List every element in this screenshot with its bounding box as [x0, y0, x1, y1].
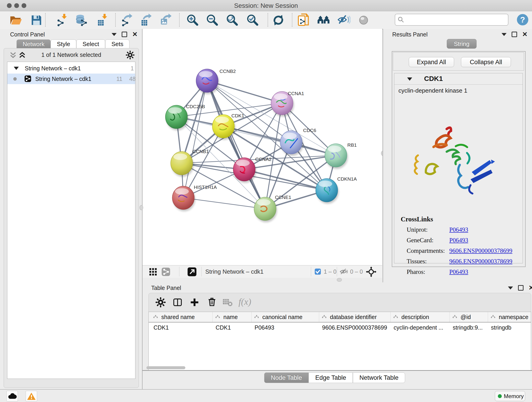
edge-CCNE1-HIST1H1A[interactable] — [183, 198, 265, 209]
column-header-canonical-name[interactable]: canonical name — [251, 312, 319, 322]
function-builder-icon[interactable]: f(x) — [239, 296, 251, 307]
zoom-selected-icon[interactable] — [246, 13, 259, 27]
column-header-database-identifier[interactable]: database identifier — [319, 312, 391, 322]
table-cell[interactable]: stringdb — [491, 324, 530, 331]
tab-network-table[interactable]: Network Table — [353, 372, 405, 383]
gear-icon[interactable] — [126, 51, 134, 59]
panel-float-icon[interactable] — [501, 33, 507, 36]
zoom-in-icon[interactable] — [186, 13, 199, 27]
panel-close-icon[interactable]: ✕ — [529, 286, 532, 290]
network-row[interactable]: String Network – cdk1 11 48 — [7, 74, 135, 84]
panel-close-icon[interactable]: ✕ — [132, 32, 138, 36]
node-CCNE1[interactable] — [254, 197, 277, 222]
hide-graphics-icon[interactable] — [337, 13, 351, 27]
save-icon[interactable] — [30, 13, 43, 27]
table-cell[interactable]: cyclin-dependent ... — [394, 324, 448, 331]
zoom-out-icon[interactable] — [206, 13, 219, 27]
edge-CCNB2-HIST1H1A[interactable] — [183, 81, 207, 198]
column-header-shared-name[interactable]: shared name — [150, 312, 213, 322]
sphere-icon[interactable] — [357, 13, 371, 27]
table-cell[interactable]: stringdb:9... — [453, 324, 486, 331]
column-type-icon — [322, 314, 327, 320]
crosslink-link[interactable]: P06493 — [449, 237, 468, 244]
warnings-button[interactable] — [26, 391, 37, 402]
collection-expand-icon[interactable] — [14, 67, 19, 70]
crosslink-label: Pharos: — [407, 268, 425, 275]
crosslink-link[interactable]: 9606.ENSP00000378699 — [449, 247, 512, 254]
edge-CDK1-RB1[interactable] — [223, 126, 336, 155]
table-settings-gear-icon[interactable] — [156, 297, 166, 307]
toolbar-separator — [337, 267, 337, 276]
node-HIST1H1A[interactable] — [172, 186, 195, 211]
panel-maximize-icon[interactable] — [122, 32, 127, 37]
warning-icon — [27, 392, 36, 401]
table-cell[interactable]: P06493 — [254, 324, 317, 331]
import-network-icon[interactable] — [56, 13, 69, 27]
open-external-icon[interactable] — [187, 267, 197, 277]
column-label: name — [223, 314, 250, 320]
export-table-icon[interactable] — [139, 13, 153, 27]
delete-trash-icon[interactable] — [207, 297, 217, 307]
network-share-view-icon[interactable] — [161, 267, 171, 276]
tab-edge-table[interactable]: Edge Table — [309, 372, 353, 383]
hidden-eye-slash-icon[interactable] — [340, 268, 348, 275]
node-CDK1[interactable] — [212, 115, 235, 140]
column-header-namespace[interactable]: namespace — [488, 312, 531, 322]
node-RB1[interactable] — [325, 144, 348, 169]
home-pages-icon[interactable] — [317, 13, 330, 27]
panel-maximize-icon[interactable] — [512, 32, 517, 37]
network-collection-row[interactable]: String Network – cdk1 1 — [7, 63, 135, 74]
section-expand-icon[interactable] — [407, 77, 412, 81]
panel-float-icon[interactable] — [508, 287, 513, 289]
tab-network[interactable]: Network — [17, 39, 51, 48]
edge-CCNA2-CDKN1A[interactable] — [244, 169, 327, 190]
export-image-icon[interactable] — [159, 13, 173, 27]
add-column-icon[interactable] — [190, 297, 200, 307]
open-folder-icon[interactable] — [9, 13, 22, 27]
gene-section-header[interactable]: CDK1 — [394, 73, 523, 85]
delete-table-icon[interactable] — [222, 298, 233, 307]
crosslink-link[interactable]: P06493 — [449, 268, 468, 275]
table-cell[interactable]: CDK1 — [215, 324, 250, 331]
network-canvas[interactable]: CCNB2CCNA1CDC25BCDK1CDC6RB1CCNB1CCNA2CDK… — [143, 29, 382, 265]
left-splitter-handle[interactable] — [139, 205, 143, 210]
tab-sets[interactable]: Sets — [105, 39, 129, 48]
grid-view-icon[interactable] — [149, 268, 157, 276]
panel-maximize-icon[interactable] — [518, 285, 524, 291]
crosslink-row: Pharos:P06493 — [401, 267, 520, 277]
collapse-all-button[interactable]: Collapse All — [461, 57, 511, 67]
tab-node-table[interactable]: Node Table — [264, 372, 309, 383]
export-network-icon[interactable] — [120, 13, 133, 27]
cloud-button[interactable] — [6, 391, 18, 402]
tab-select[interactable]: Select — [76, 39, 105, 48]
column-header-name[interactable]: name — [212, 312, 252, 322]
crosslink-link[interactable]: 9606.ENSP00000378699 — [449, 258, 512, 265]
search-input[interactable] — [395, 14, 508, 26]
table-cell[interactable]: 9606.ENSP00000378699 — [322, 324, 389, 331]
string-document-icon[interactable] — [297, 13, 310, 27]
network-selection-status: 1 of 1 Network selected — [4, 51, 139, 58]
import-table-icon[interactable] — [96, 13, 109, 27]
horizontal-splitter-handle[interactable] — [337, 278, 342, 282]
show-columns-icon[interactable] — [172, 297, 183, 307]
tab-string[interactable]: String — [447, 39, 476, 49]
panel-float-icon[interactable] — [112, 33, 117, 36]
birds-eye-view-icon[interactable] — [366, 267, 376, 277]
help-icon[interactable]: ? — [516, 13, 529, 26]
crosslink-row: Compartments:9606.ENSP00000378699 — [401, 245, 520, 256]
import-database-icon[interactable] — [75, 13, 88, 27]
column-header-description[interactable]: description — [390, 312, 450, 322]
panel-close-icon[interactable]: ✕ — [522, 32, 527, 36]
table-cell[interactable]: CDK1 — [153, 324, 211, 331]
refresh-icon[interactable] — [272, 13, 285, 27]
crosslink-link[interactable]: P06493 — [449, 226, 468, 233]
tab-style[interactable]: Style — [51, 39, 76, 48]
horizontal-scrollbar[interactable] — [146, 366, 185, 369]
selected-checkbox-icon[interactable] — [314, 268, 321, 275]
node-CDC25B[interactable] — [165, 105, 188, 130]
column-header--id[interactable]: @id — [450, 312, 488, 322]
memory-button[interactable]: Memory — [495, 391, 525, 401]
node-CDKN1A[interactable] — [316, 179, 339, 204]
expand-all-button[interactable]: Expand All — [409, 57, 454, 67]
zoom-fit-icon[interactable] — [226, 13, 239, 27]
